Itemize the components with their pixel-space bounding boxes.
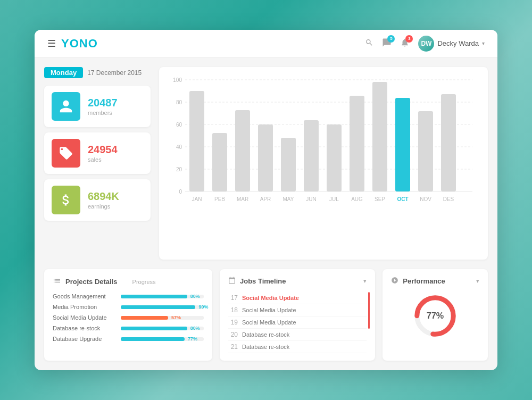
svg-text:JUL: JUL <box>329 196 339 202</box>
project-name: Goods Management <box>53 293 117 299</box>
bar-chart: 100 80 60 40 20 0 <box>159 67 488 260</box>
project-name: Database re-stock <box>53 325 117 331</box>
progress-label: 80% <box>190 294 200 299</box>
bottom-row: Projects Details Progress Goods Manageme… <box>35 269 497 370</box>
main-content: Monday 17 December 2015 20487 members <box>35 57 497 269</box>
job-name: Database re-stock <box>242 344 289 350</box>
svg-text:OCT: OCT <box>397 196 408 202</box>
jobs-list: 17 Social Media Update 18 Social Media U… <box>228 292 367 353</box>
projects-title: Projects Details <box>65 278 118 286</box>
sales-info: 24954 sales <box>88 144 118 163</box>
project-row: Goods Management 80% <box>53 293 204 299</box>
performance-card: Performance ▾ 77% <box>383 269 488 361</box>
chevron-down-icon: ▾ <box>482 40 485 46</box>
left-column: Monday 17 December 2015 20487 members <box>44 67 151 260</box>
svg-text:77%: 77% <box>427 311 444 320</box>
svg-text:0: 0 <box>179 189 182 195</box>
menu-icon[interactable]: ☰ <box>47 38 56 49</box>
earnings-icon-box <box>52 186 80 214</box>
members-label: members <box>88 110 118 116</box>
svg-rect-21 <box>395 98 410 191</box>
svg-rect-15 <box>258 124 273 191</box>
svg-text:60: 60 <box>176 122 182 128</box>
date-text: 17 December 2015 <box>87 69 142 77</box>
sales-value: 24954 <box>88 144 118 156</box>
scroll-bar <box>368 292 370 329</box>
svg-text:SEP: SEP <box>375 196 385 202</box>
svg-text:DES: DES <box>443 196 454 202</box>
svg-text:80: 80 <box>176 99 182 105</box>
progress-title: Progress <box>132 279 156 285</box>
svg-rect-13 <box>212 133 227 191</box>
date-header: Monday 17 December 2015 <box>44 67 151 78</box>
projects-card: Projects Details Progress Goods Manageme… <box>44 269 212 361</box>
members-icon-box <box>52 92 80 121</box>
projects-icon <box>53 277 61 287</box>
svg-rect-20 <box>372 82 387 191</box>
projects-header: Projects Details Progress <box>53 277 204 287</box>
project-name: Media Promotion <box>53 304 117 310</box>
jobs-header: Jobs Timeline ▾ <box>228 277 367 286</box>
dashboard: ☰ YONO 5 3 DW Decky Warda ▾ <box>35 30 497 370</box>
progress-label: 57% <box>171 315 181 320</box>
svg-text:PEB: PEB <box>214 196 225 202</box>
jobs-dropdown[interactable]: ▾ <box>363 278 367 285</box>
svg-rect-18 <box>327 124 342 191</box>
project-row: Social Media Update 57% <box>53 314 204 321</box>
project-row: Database re-stock 80% <box>53 325 204 331</box>
svg-text:APR: APR <box>260 196 271 202</box>
progress-bar-wrap: 80% <box>121 295 204 298</box>
svg-text:MAY: MAY <box>283 196 294 202</box>
progress-label: 90% <box>198 304 208 310</box>
performance-dropdown[interactable]: ▾ <box>476 278 479 285</box>
svg-text:JUN: JUN <box>306 196 316 202</box>
sales-icon-box <box>52 139 80 168</box>
header-left: ☰ YONO <box>47 37 98 51</box>
notification-badge: 3 <box>405 35 413 43</box>
jobs-title: Jobs Timeline <box>240 277 286 285</box>
chat-badge: 5 <box>387 35 395 43</box>
earnings-value: 6894K <box>88 190 119 203</box>
jobs-card: Jobs Timeline ▾ 17 Social Media Update 1… <box>220 269 375 361</box>
progress-bar-wrap: 77% <box>121 337 204 341</box>
chart-svg: 100 80 60 40 20 0 <box>167 74 480 213</box>
job-num: 17 <box>228 294 238 302</box>
job-num: 20 <box>228 331 238 338</box>
progress-bar-wrap: 90% <box>121 305 204 309</box>
job-num: 19 <box>228 319 238 326</box>
progress-label: 80% <box>190 326 200 331</box>
project-row: Media Promotion 90% <box>53 304 204 310</box>
svg-rect-14 <box>235 110 250 191</box>
job-row: 21 Database re-stock <box>228 341 367 353</box>
job-name: Social Media Update <box>242 295 299 301</box>
job-row: 17 Social Media Update <box>228 292 367 304</box>
earnings-card: 6894K earnings <box>44 179 151 221</box>
day-badge: Monday <box>44 67 83 78</box>
header-right: 5 3 DW Decky Warda ▾ <box>365 36 485 52</box>
search-icon[interactable] <box>365 38 373 49</box>
progress-fill: 77% <box>121 337 185 341</box>
user-menu[interactable]: DW Decky Warda ▾ <box>418 36 485 52</box>
donut-chart: 77% <box>411 292 459 340</box>
svg-rect-19 <box>350 96 364 191</box>
project-name: Social Media Update <box>53 314 117 321</box>
earnings-info: 6894K earnings <box>88 190 119 210</box>
members-card: 20487 members <box>44 86 151 127</box>
brand-logo: YONO <box>61 37 98 51</box>
job-row: 19 Social Media Update <box>228 316 367 329</box>
svg-rect-12 <box>189 91 204 191</box>
chat-icon[interactable]: 5 <box>382 38 392 49</box>
user-name: Decky Warda <box>437 39 479 47</box>
svg-text:NOV: NOV <box>420 196 431 202</box>
notification-icon[interactable]: 3 <box>400 38 410 49</box>
progress-label: 77% <box>188 336 197 341</box>
job-name: Social Media Update <box>242 319 296 326</box>
svg-text:JAN: JAN <box>192 196 202 202</box>
job-name: Social Media Update <box>242 307 296 313</box>
svg-rect-23 <box>441 94 456 191</box>
sales-label: sales <box>88 156 118 163</box>
progress-fill: 57% <box>121 316 168 320</box>
svg-text:20: 20 <box>176 166 182 172</box>
svg-rect-16 <box>281 138 296 191</box>
earnings-label: earnings <box>88 203 119 210</box>
